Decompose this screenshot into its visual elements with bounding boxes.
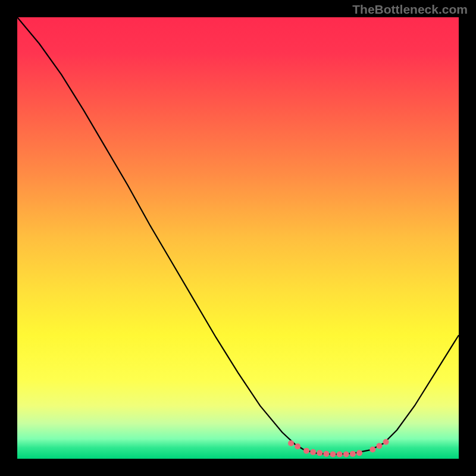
data-marker [350, 451, 356, 457]
bottleneck-curve [17, 17, 459, 455]
data-marker [369, 446, 375, 452]
marker-group [288, 439, 389, 458]
data-marker [330, 452, 336, 458]
data-marker [303, 448, 309, 454]
data-marker [337, 452, 343, 458]
data-marker [383, 439, 389, 445]
data-marker [317, 450, 322, 456]
attribution-label: TheBottleneck.com [352, 2, 468, 17]
plot-area [17, 17, 459, 459]
data-marker [295, 443, 300, 449]
data-marker [323, 451, 329, 457]
data-marker [356, 450, 362, 456]
data-marker [288, 440, 294, 446]
chart-container: TheBottleneck.com [0, 0, 476, 476]
chart-overlay [17, 17, 459, 459]
data-marker [376, 443, 382, 449]
data-marker [310, 449, 316, 455]
data-marker [343, 452, 349, 458]
